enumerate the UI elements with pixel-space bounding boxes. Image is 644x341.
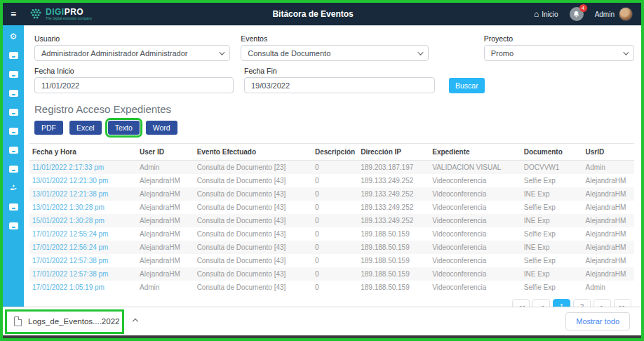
show-all-button[interactable]: Mostrar todo (565, 312, 630, 330)
table-cell: VALIDACION VISUAL (429, 161, 521, 175)
usuario-select[interactable]: Administrador Administrador Administrado… (34, 45, 230, 61)
document-icon (14, 316, 22, 326)
notifications-button[interactable]: 4 (570, 7, 584, 21)
table-cell: AlejandraHM (583, 241, 635, 254)
table-cell: 189.188.50.159 (358, 254, 429, 267)
table-cell: AlejandraHM (137, 214, 194, 227)
main-content: Usuario Administrador Administrador Admi… (24, 25, 641, 307)
header-nav: ⌂ Inicio 4 Admin (534, 7, 633, 21)
table-cell: Selfie Exp (521, 227, 583, 241)
table-cell: 0 (312, 201, 358, 214)
table-cell: Selfie Exp (521, 254, 583, 267)
pagination-next-button[interactable]: ▶ (593, 299, 611, 307)
chevron-down-icon (417, 49, 423, 55)
table-cell: Admin (137, 161, 194, 175)
export-pdf-button[interactable]: PDF (34, 121, 63, 135)
table-cell: DOCVVW1 (521, 161, 583, 175)
archive-icon[interactable] (8, 202, 19, 212)
hamburger-menu-icon[interactable]: ≡ (3, 3, 24, 25)
archive-icon[interactable] (8, 164, 19, 174)
gear-icon[interactable]: ⚙ (8, 32, 19, 41)
table-cell: Consulta de Documento [43] (194, 254, 312, 267)
table-cell: Consulta de Documento [43] (194, 187, 312, 201)
table-cell: 189.188.50.159 (358, 227, 429, 241)
archive-icon[interactable] (8, 126, 19, 136)
events-table: Fecha y HoraUser IDEvento EfectuadoDescr… (29, 143, 634, 294)
table-row: 17/01/2022 12:56:24 pmAlejandraHMConsult… (29, 241, 634, 254)
archive-icon[interactable] (8, 69, 19, 79)
table-cell: Consulta de Documento [43] (194, 267, 312, 281)
usuario-label: Usuario (34, 34, 230, 43)
table-cell: 189.133.249.252 (358, 201, 429, 214)
archive-icon[interactable] (8, 51, 19, 60)
table-cell: AlejandraHM (583, 187, 635, 201)
table-cell: AlejandraHM (583, 174, 635, 187)
table-row: 15/01/2022 1:30:28 pmAlejandraHMConsulta… (29, 214, 634, 227)
column-header: Descripción (312, 144, 358, 161)
bell-icon (572, 11, 580, 18)
pagination-page-1-button[interactable]: 1 (553, 299, 570, 307)
buscar-button[interactable]: Buscar (449, 78, 485, 93)
export-word-button[interactable]: Word (146, 121, 177, 135)
pagination-first-button[interactable]: ◀◀ (512, 299, 530, 307)
table-cell: Consulta de Documento [43] (194, 214, 312, 227)
user-avatar (619, 7, 633, 21)
table-cell: AlejandraHM (137, 201, 194, 214)
column-header: Fecha y Hora (29, 144, 137, 161)
user-name-label: Admin (595, 11, 615, 18)
eventos-select[interactable]: Consulta de Documento (241, 45, 428, 61)
fecha-inicio-input[interactable] (34, 77, 234, 93)
export-texto-button[interactable]: Texto (108, 121, 140, 135)
table-cell: Consulta de Documento [43] (194, 281, 312, 294)
table-cell: Videoconferencia (429, 267, 521, 281)
home-icon: ⌂ (534, 9, 539, 19)
table-cell: 189.188.50.159 (358, 267, 429, 281)
table-cell: AlejandraHM (137, 254, 194, 267)
table-cell: Consulta de Documento [43] (194, 174, 312, 187)
proyecto-select[interactable]: Promo (484, 45, 634, 61)
table-row: 11/01/2022 2:17:33 pmAdminConsulta de Do… (29, 161, 634, 175)
pagination-last-button[interactable]: ▶▶ (614, 299, 631, 307)
filters-row-2: Fecha Inicio Fecha Fin Buscar (29, 67, 634, 93)
table-row: 17/01/2022 12:57:38 pmAlejandraHMConsult… (29, 254, 634, 267)
table-cell: Consulta de Documento [23] (194, 161, 312, 175)
column-header: Dirección IP (358, 144, 429, 161)
table-row: 13/01/2022 12:21:30 pmAlejandraHMConsult… (29, 174, 634, 187)
table-cell: 189.203.187.197 (358, 161, 429, 175)
table-cell: AlejandraHM (583, 214, 635, 227)
top-header: ≡ DIGIPRO The digital evolution company … (3, 3, 641, 25)
archive-icon[interactable] (8, 145, 19, 155)
table-cell: Selfie Exp (521, 174, 583, 187)
table-cell: INE Exp (521, 267, 583, 281)
table-cell: AlejandraHM (583, 254, 635, 267)
table-cell: AlejandraHM (137, 227, 194, 241)
table-cell: AlejandraHM (583, 227, 635, 241)
table-cell: Videoconferencia (429, 214, 521, 227)
archive-icon[interactable] (8, 221, 19, 231)
user-menu[interactable]: Admin (595, 7, 633, 21)
fecha-fin-input[interactable] (244, 77, 435, 93)
table-row: 13/01/2022 1:30:28 pmAlejandraHMConsulta… (29, 201, 634, 214)
column-header: Evento Efectuado (194, 144, 312, 161)
table-cell: Videoconferencia (429, 241, 521, 254)
table-cell: Videoconferencia (429, 187, 521, 201)
brand-tagline: The digital evolution company (46, 17, 92, 20)
archive-icon[interactable] (8, 88, 19, 98)
digipro-logo: DIGIPRO The digital evolution company (29, 8, 92, 20)
usuario-value: Administrador Administrador Administrado… (41, 49, 187, 58)
pagination-page-2-button[interactable]: 2 (573, 299, 591, 307)
download-shelf: Logs_de_Eventos....2022 Mostrar todo (3, 307, 641, 335)
notification-badge: 4 (579, 4, 587, 12)
table-cell: INE Exp (521, 241, 583, 254)
chevron-down-icon (219, 49, 224, 55)
table-cell: Videoconferencia (429, 174, 521, 187)
nav-home[interactable]: ⌂ Inicio (534, 9, 558, 19)
hand-icon[interactable] (8, 183, 19, 193)
table-cell: 17/01/2022 12:56:24 pm (29, 241, 137, 254)
chevron-up-icon[interactable] (133, 319, 138, 324)
table-cell: 189.188.50.159 (358, 241, 429, 254)
fecha-inicio-label: Fecha Inicio (34, 67, 234, 75)
pagination-prev-button[interactable]: ◀ (532, 299, 550, 307)
archive-icon[interactable] (8, 107, 19, 117)
export-excel-button[interactable]: Excel (69, 121, 102, 135)
